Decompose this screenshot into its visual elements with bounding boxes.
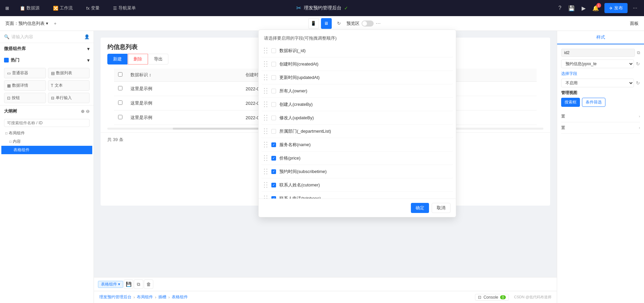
breadcrumb-slot[interactable]: 插槽 [158,294,166,300]
mobile-view-button[interactable]: 📱 [308,18,319,29]
new-button[interactable]: 新建 [107,54,127,64]
second-bar: 页面：预约信息列表 ▾ ＋ 📱 🖥 ↻ 预览区 ··· 面板 [0,16,644,31]
field-checkbox[interactable]: ✓ [271,156,276,161]
breadcrumb-table[interactable]: 表格组件 [172,294,188,300]
tree-item-content[interactable]: □ 内容 [1,137,92,146]
field-item[interactable]: 所有人(owner) [261,84,453,98]
nav-variable[interactable]: fx 变量 [84,4,102,12]
refresh-button[interactable]: ↻ [334,18,344,29]
field-selector-title: 请选择要启用的字段(可拖拽调整顺序) [259,30,456,44]
outline-expand-icon[interactable]: ⊕ [81,109,85,114]
field-checkbox[interactable] [271,62,276,67]
widget-singleinput[interactable]: ⊟ 单行输入 [48,93,90,103]
widget-button[interactable]: ⊡ 按钮 [4,93,46,103]
field-item[interactable]: ✓价格(price) [261,152,453,165]
publish-icon: ✈ [609,6,613,11]
copy-id-icon[interactable]: ⧉ [637,50,640,55]
field-name: 修改人(updateBy) [279,115,450,121]
condition-filter-button[interactable]: 条件筛选 [582,98,605,107]
publish-button[interactable]: ✈ 发布 [604,3,628,13]
page-selector[interactable]: 页面：预约信息列表 ▾ [5,20,48,27]
field-item[interactable]: 创建人(createBy) [261,98,453,111]
play-icon[interactable]: ▶ [580,4,587,13]
widget-text[interactable]: T 文本 [48,80,90,91]
tab-style[interactable]: 样式 [557,31,644,44]
component-search-input[interactable] [11,34,82,39]
field-selector-panel: 请选择要启用的字段(可拖拽调整顺序) 数据标识(_id)创建时间(created… [258,30,456,217]
field-item[interactable]: 数据标识(_id) [261,44,453,57]
drag-handle [264,74,268,81]
console-button[interactable]: ⊡ Console 0 [475,294,508,301]
outline-search-input[interactable] [4,119,90,127]
widget-datalist[interactable]: ▤ 数据列表 [48,68,90,78]
field-checkbox[interactable] [271,129,276,134]
row-checkbox-1[interactable] [118,86,122,90]
search-frame-button[interactable]: 搜索框 [561,98,580,107]
field-checkbox[interactable] [271,102,276,107]
field-checkbox[interactable]: ✓ [271,183,276,187]
row-checkbox-3[interactable] [118,115,122,119]
page-label-text: 页面：预约信息列表 [5,20,45,27]
nav-navmenu[interactable]: ☰ 导航菜单 [110,4,139,12]
field-checkbox[interactable] [271,75,276,80]
breadcrumb-app[interactable]: 理发预约管理后台 [99,294,131,300]
field-item[interactable]: 更新时间(updatedAt) [261,71,453,84]
outline-collapse-icon[interactable]: ⊖ [86,109,90,114]
save-icon[interactable]: 💾 [567,4,576,13]
hot-section-header[interactable]: 热门 ▾ [0,54,94,66]
tree-item-layout[interactable]: □ 布局组件 [1,129,92,137]
field-item[interactable]: ✓预约时间(subscribetime) [261,165,453,178]
cancel-fields-button[interactable]: 取消 [432,203,450,213]
nav-workflow[interactable]: 🔀 工作流 [50,4,75,12]
field-checkbox[interactable]: ✓ [271,169,276,174]
field-item[interactable]: ✓联系人电话(telphone) [261,192,453,199]
field-checkbox[interactable] [271,116,276,120]
delete-button[interactable]: 删除 [128,54,148,64]
id-input[interactable] [561,49,635,57]
widget-container[interactable]: ▭ 普通容器 [4,68,46,78]
enable-select[interactable]: 不启用 [561,79,634,87]
row-checkbox-2[interactable] [118,100,122,105]
field-selector-link[interactable]: 选择字段 [561,71,640,77]
field-checkbox[interactable] [271,48,276,53]
field-checkbox[interactable] [271,89,276,93]
refresh-enable-icon[interactable]: ↻ [636,80,640,86]
expand-row-2[interactable]: 置 › [561,122,640,134]
field-name: 更新时间(updatedAt) [279,75,450,81]
field-item[interactable]: 创建时间(createdAt) [261,57,453,71]
nav-grid-icon[interactable]: ⊞ [5,6,9,11]
right-panel: 样式 ⧉ 预约信息(yyxx_te ↻ 选择字段 不启用 [557,31,644,303]
more-icon[interactable]: ··· [632,4,639,12]
field-item[interactable]: ✓联系人姓名(cutomer) [261,178,453,192]
desktop-view-button[interactable]: 🖥 [321,18,332,29]
datasource-select[interactable]: 预约信息(yyxx_te [561,59,634,68]
select-all-checkbox[interactable] [118,72,122,77]
preview-toggle-switch[interactable] [362,20,374,27]
help-icon[interactable]: ? [557,4,563,12]
delete-comp-button[interactable]: 🗑 [144,279,153,289]
field-checkbox[interactable]: ✓ [271,196,276,199]
more-options-button[interactable]: ··· [376,20,381,27]
nav-datasource[interactable]: 📋 数据源 [17,4,42,12]
copy-comp-button[interactable]: ⧉ [134,279,143,289]
drag-handle [264,61,268,67]
tree-item-table[interactable]: 表格组件 [1,146,92,154]
save-comp-button[interactable]: 💾 [124,279,133,289]
field-checkbox[interactable]: ✓ [271,142,276,147]
field-item[interactable]: 所属部门(_departmentList) [261,125,453,138]
refresh-datasource-icon[interactable]: ↻ [636,61,640,67]
notification-icon[interactable]: 🔔 1 [591,4,600,13]
confirm-fields-button[interactable]: 确定 [411,203,429,213]
add-page-button[interactable]: ＋ [51,19,59,28]
button-icon: ⊡ [7,96,10,100]
widget-datadetail[interactable]: ▦ 数据详情 [4,80,46,91]
field-item[interactable]: 修改人(updateBy) [261,111,453,125]
breadcrumb-layout[interactable]: 布局组件 [137,294,153,300]
widget-library-header[interactable]: 微搭组件库 ▾ [0,43,94,54]
export-button[interactable]: 导出 [148,54,168,64]
expand-row-1[interactable]: 置 › [561,111,640,122]
field-item[interactable]: ✓服务名称(name) [261,138,453,152]
bottom-bar: 理发预约管理后台 › 布局组件 › 插槽 › 表格组件 ⊡ Console 0 … [94,291,557,303]
variable-icon: fx [86,6,90,11]
field-name: 服务名称(name) [279,142,450,148]
